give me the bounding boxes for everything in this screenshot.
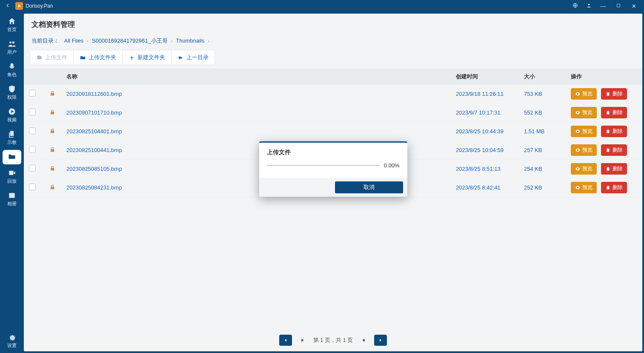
sidebar-item-7[interactable]: 回放 (3, 166, 21, 187)
upload-modal: 上传文件 0.00% 取消 (259, 141, 407, 197)
sidebar-item-5[interactable]: 示教 (3, 127, 21, 148)
sidebar-item-label: 用户 (7, 49, 17, 55)
minimize-button[interactable]: — (595, 3, 611, 9)
modal-cancel-button[interactable]: 取消 (335, 181, 403, 193)
sidebar-item-label: 回放 (7, 178, 17, 184)
sidebar-item-label: 视频 (7, 117, 17, 123)
sidebar-item-6[interactable] (3, 150, 21, 164)
globe-icon[interactable] (568, 2, 582, 10)
sidebar-item-label: 相册 (7, 201, 17, 207)
sidebar-settings-label: 设置 (7, 342, 17, 349)
sidebar-item-8[interactable]: 相册 (3, 189, 21, 210)
svg-point-1 (588, 4, 590, 6)
sidebar-item-label: 示教 (7, 139, 17, 146)
sidebar-item-4[interactable]: 视频 (3, 105, 21, 126)
app-icon (15, 2, 23, 10)
user-icon[interactable] (582, 2, 595, 10)
sidebar: 首页用户角色权限视频示教回放相册 设置 (0, 12, 24, 353)
app-title: Dorisoy.Pan (26, 3, 53, 9)
sidebar-item-label: 首页 (7, 26, 17, 33)
progress-bar (267, 165, 380, 166)
maximize-button[interactable] (611, 3, 626, 9)
content-panel: 文档资料管理 当前目录： All Files›S0000169284179296… (24, 14, 642, 351)
modal-overlay: 上传文件 0.00% 取消 (24, 14, 642, 351)
titlebar: Dorisoy.Pan — ✕ (0, 0, 644, 12)
close-button[interactable]: ✕ (626, 3, 641, 9)
sidebar-item-3[interactable]: 权限 (3, 82, 21, 103)
sidebar-item-label: 角色 (7, 72, 17, 78)
progress-percent: 0.00% (384, 162, 400, 169)
sidebar-item-1[interactable]: 用户 (3, 37, 21, 58)
sidebar-item-0[interactable]: 首页 (3, 14, 21, 35)
sidebar-item-settings[interactable]: 设置 (3, 330, 21, 351)
sidebar-item-label: 权限 (7, 94, 17, 100)
sidebar-item-2[interactable]: 角色 (3, 60, 21, 80)
svg-rect-2 (617, 4, 620, 7)
modal-title: 上传文件 (267, 149, 400, 156)
back-button[interactable] (3, 3, 13, 10)
